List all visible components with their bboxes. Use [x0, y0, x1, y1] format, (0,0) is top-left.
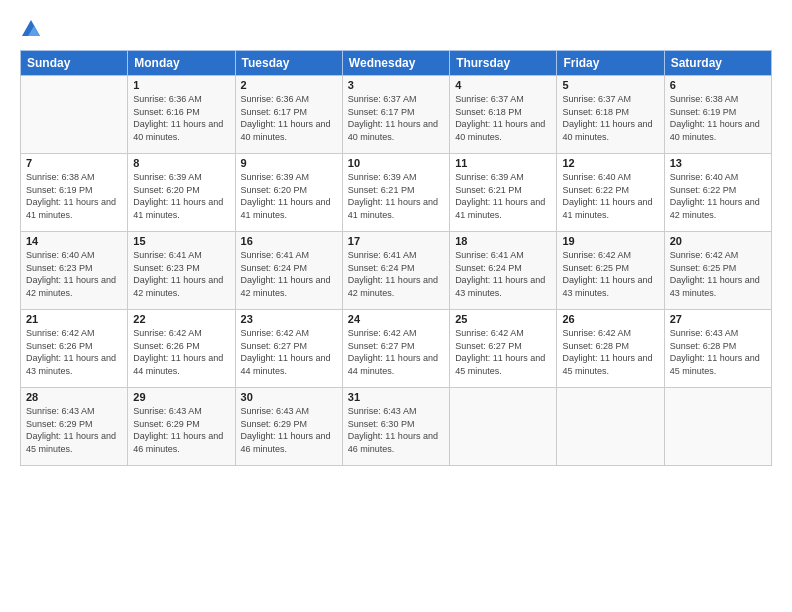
- day-info: Sunrise: 6:41 AMSunset: 6:24 PMDaylight:…: [455, 249, 551, 299]
- calendar-week-row: 21Sunrise: 6:42 AMSunset: 6:26 PMDayligh…: [21, 310, 772, 388]
- calendar-cell: 29Sunrise: 6:43 AMSunset: 6:29 PMDayligh…: [128, 388, 235, 466]
- day-number: 6: [670, 79, 766, 91]
- header-day: Sunday: [21, 51, 128, 76]
- day-info: Sunrise: 6:41 AMSunset: 6:24 PMDaylight:…: [241, 249, 337, 299]
- calendar-cell: 28Sunrise: 6:43 AMSunset: 6:29 PMDayligh…: [21, 388, 128, 466]
- day-number: 5: [562, 79, 658, 91]
- day-info: Sunrise: 6:41 AMSunset: 6:23 PMDaylight:…: [133, 249, 229, 299]
- day-info: Sunrise: 6:40 AMSunset: 6:22 PMDaylight:…: [562, 171, 658, 221]
- calendar-cell: [21, 76, 128, 154]
- header-day: Wednesday: [342, 51, 449, 76]
- day-number: 23: [241, 313, 337, 325]
- day-number: 28: [26, 391, 122, 403]
- day-number: 13: [670, 157, 766, 169]
- calendar-cell: 26Sunrise: 6:42 AMSunset: 6:28 PMDayligh…: [557, 310, 664, 388]
- calendar-cell: 10Sunrise: 6:39 AMSunset: 6:21 PMDayligh…: [342, 154, 449, 232]
- calendar-cell: 21Sunrise: 6:42 AMSunset: 6:26 PMDayligh…: [21, 310, 128, 388]
- header: [20, 18, 772, 40]
- day-info: Sunrise: 6:39 AMSunset: 6:21 PMDaylight:…: [348, 171, 444, 221]
- header-day: Monday: [128, 51, 235, 76]
- calendar-week-row: 7Sunrise: 6:38 AMSunset: 6:19 PMDaylight…: [21, 154, 772, 232]
- day-info: Sunrise: 6:38 AMSunset: 6:19 PMDaylight:…: [26, 171, 122, 221]
- header-row: SundayMondayTuesdayWednesdayThursdayFrid…: [21, 51, 772, 76]
- day-info: Sunrise: 6:42 AMSunset: 6:28 PMDaylight:…: [562, 327, 658, 377]
- calendar-cell: 23Sunrise: 6:42 AMSunset: 6:27 PMDayligh…: [235, 310, 342, 388]
- day-number: 14: [26, 235, 122, 247]
- day-info: Sunrise: 6:42 AMSunset: 6:26 PMDaylight:…: [26, 327, 122, 377]
- calendar-cell: 12Sunrise: 6:40 AMSunset: 6:22 PMDayligh…: [557, 154, 664, 232]
- day-info: Sunrise: 6:43 AMSunset: 6:28 PMDaylight:…: [670, 327, 766, 377]
- calendar-cell: 31Sunrise: 6:43 AMSunset: 6:30 PMDayligh…: [342, 388, 449, 466]
- calendar-week-row: 14Sunrise: 6:40 AMSunset: 6:23 PMDayligh…: [21, 232, 772, 310]
- day-info: Sunrise: 6:40 AMSunset: 6:22 PMDaylight:…: [670, 171, 766, 221]
- day-info: Sunrise: 6:37 AMSunset: 6:18 PMDaylight:…: [562, 93, 658, 143]
- day-info: Sunrise: 6:42 AMSunset: 6:27 PMDaylight:…: [348, 327, 444, 377]
- calendar-cell: 11Sunrise: 6:39 AMSunset: 6:21 PMDayligh…: [450, 154, 557, 232]
- calendar-cell: 14Sunrise: 6:40 AMSunset: 6:23 PMDayligh…: [21, 232, 128, 310]
- calendar-cell: 20Sunrise: 6:42 AMSunset: 6:25 PMDayligh…: [664, 232, 771, 310]
- logo: [20, 18, 46, 40]
- day-number: 3: [348, 79, 444, 91]
- day-number: 18: [455, 235, 551, 247]
- day-info: Sunrise: 6:42 AMSunset: 6:26 PMDaylight:…: [133, 327, 229, 377]
- day-number: 21: [26, 313, 122, 325]
- calendar-cell: 19Sunrise: 6:42 AMSunset: 6:25 PMDayligh…: [557, 232, 664, 310]
- day-number: 25: [455, 313, 551, 325]
- calendar-cell: 24Sunrise: 6:42 AMSunset: 6:27 PMDayligh…: [342, 310, 449, 388]
- calendar-week-row: 28Sunrise: 6:43 AMSunset: 6:29 PMDayligh…: [21, 388, 772, 466]
- day-info: Sunrise: 6:39 AMSunset: 6:21 PMDaylight:…: [455, 171, 551, 221]
- day-number: 2: [241, 79, 337, 91]
- day-number: 15: [133, 235, 229, 247]
- calendar-cell: 18Sunrise: 6:41 AMSunset: 6:24 PMDayligh…: [450, 232, 557, 310]
- calendar-cell: [450, 388, 557, 466]
- calendar-cell: [664, 388, 771, 466]
- calendar-cell: [557, 388, 664, 466]
- header-day: Thursday: [450, 51, 557, 76]
- day-info: Sunrise: 6:42 AMSunset: 6:25 PMDaylight:…: [670, 249, 766, 299]
- day-number: 11: [455, 157, 551, 169]
- day-number: 27: [670, 313, 766, 325]
- header-day: Friday: [557, 51, 664, 76]
- day-info: Sunrise: 6:42 AMSunset: 6:27 PMDaylight:…: [241, 327, 337, 377]
- day-number: 1: [133, 79, 229, 91]
- day-number: 10: [348, 157, 444, 169]
- calendar-cell: 13Sunrise: 6:40 AMSunset: 6:22 PMDayligh…: [664, 154, 771, 232]
- day-number: 8: [133, 157, 229, 169]
- page: SundayMondayTuesdayWednesdayThursdayFrid…: [0, 0, 792, 612]
- day-number: 16: [241, 235, 337, 247]
- day-info: Sunrise: 6:43 AMSunset: 6:29 PMDaylight:…: [26, 405, 122, 455]
- day-info: Sunrise: 6:37 AMSunset: 6:18 PMDaylight:…: [455, 93, 551, 143]
- calendar-cell: 15Sunrise: 6:41 AMSunset: 6:23 PMDayligh…: [128, 232, 235, 310]
- calendar-cell: 2Sunrise: 6:36 AMSunset: 6:17 PMDaylight…: [235, 76, 342, 154]
- day-number: 4: [455, 79, 551, 91]
- day-info: Sunrise: 6:40 AMSunset: 6:23 PMDaylight:…: [26, 249, 122, 299]
- calendar-cell: 3Sunrise: 6:37 AMSunset: 6:17 PMDaylight…: [342, 76, 449, 154]
- day-number: 19: [562, 235, 658, 247]
- day-info: Sunrise: 6:42 AMSunset: 6:25 PMDaylight:…: [562, 249, 658, 299]
- day-info: Sunrise: 6:43 AMSunset: 6:30 PMDaylight:…: [348, 405, 444, 455]
- day-info: Sunrise: 6:36 AMSunset: 6:16 PMDaylight:…: [133, 93, 229, 143]
- day-number: 26: [562, 313, 658, 325]
- calendar-week-row: 1Sunrise: 6:36 AMSunset: 6:16 PMDaylight…: [21, 76, 772, 154]
- calendar-cell: 6Sunrise: 6:38 AMSunset: 6:19 PMDaylight…: [664, 76, 771, 154]
- calendar-cell: 30Sunrise: 6:43 AMSunset: 6:29 PMDayligh…: [235, 388, 342, 466]
- day-number: 29: [133, 391, 229, 403]
- calendar-cell: 27Sunrise: 6:43 AMSunset: 6:28 PMDayligh…: [664, 310, 771, 388]
- calendar-cell: 25Sunrise: 6:42 AMSunset: 6:27 PMDayligh…: [450, 310, 557, 388]
- header-day: Saturday: [664, 51, 771, 76]
- header-day: Tuesday: [235, 51, 342, 76]
- calendar-cell: 9Sunrise: 6:39 AMSunset: 6:20 PMDaylight…: [235, 154, 342, 232]
- day-info: Sunrise: 6:38 AMSunset: 6:19 PMDaylight:…: [670, 93, 766, 143]
- day-number: 17: [348, 235, 444, 247]
- calendar-cell: 17Sunrise: 6:41 AMSunset: 6:24 PMDayligh…: [342, 232, 449, 310]
- calendar-cell: 7Sunrise: 6:38 AMSunset: 6:19 PMDaylight…: [21, 154, 128, 232]
- day-info: Sunrise: 6:36 AMSunset: 6:17 PMDaylight:…: [241, 93, 337, 143]
- day-info: Sunrise: 6:37 AMSunset: 6:17 PMDaylight:…: [348, 93, 444, 143]
- calendar-cell: 5Sunrise: 6:37 AMSunset: 6:18 PMDaylight…: [557, 76, 664, 154]
- day-number: 12: [562, 157, 658, 169]
- calendar-cell: 1Sunrise: 6:36 AMSunset: 6:16 PMDaylight…: [128, 76, 235, 154]
- day-info: Sunrise: 6:43 AMSunset: 6:29 PMDaylight:…: [133, 405, 229, 455]
- calendar-table: SundayMondayTuesdayWednesdayThursdayFrid…: [20, 50, 772, 466]
- day-info: Sunrise: 6:42 AMSunset: 6:27 PMDaylight:…: [455, 327, 551, 377]
- day-number: 31: [348, 391, 444, 403]
